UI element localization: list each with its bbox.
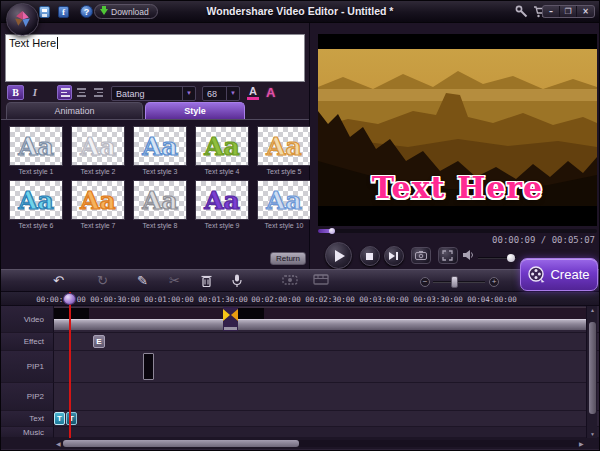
step-icon — [389, 252, 395, 260]
text-style-thumb[interactable]: AaText style 1 — [9, 126, 63, 175]
text-content-input[interactable]: Text Here — [5, 34, 305, 82]
track-label-text: Text — [1, 411, 54, 427]
volume-knob[interactable] — [507, 254, 515, 262]
track-pip2[interactable] — [54, 383, 599, 411]
text-style-thumb[interactable]: AaText style 7 — [71, 180, 125, 229]
italic-button[interactable]: I — [28, 85, 42, 100]
align-center-button[interactable] — [74, 85, 89, 100]
video-preview[interactable]: Text Here — [318, 34, 597, 226]
create-button[interactable]: Create — [520, 258, 598, 291]
track-effect[interactable]: E — [54, 333, 599, 351]
scroll-down-icon[interactable]: ▼ — [587, 431, 598, 437]
font-family-select[interactable]: Batang ▼ — [111, 86, 196, 101]
return-button[interactable]: Return — [270, 252, 306, 265]
bold-button[interactable]: B — [7, 85, 24, 100]
edit-clip-icon[interactable]: ✎ — [137, 272, 148, 289]
text-style-thumb[interactable]: AaText style 5 — [257, 126, 311, 175]
font-family-value: Batang — [112, 89, 182, 99]
window-title: Wondershare Video Editor - Untitled * — [1, 5, 599, 17]
text-clip[interactable]: T — [54, 412, 65, 425]
track-pip1[interactable] — [54, 351, 599, 383]
font-color-letter: A — [247, 85, 259, 97]
chevron-down-icon: ▼ — [182, 87, 195, 100]
edit-toolbar: ↶ ↻ ✎ ✂ − + — [1, 269, 599, 292]
play-button[interactable] — [325, 242, 352, 269]
ruler-tick: 00:02:00:00 — [246, 295, 306, 304]
text-style-thumb[interactable]: AaText style 6 — [9, 180, 63, 229]
camera-icon — [415, 251, 427, 260]
video-audio-strip[interactable] — [54, 319, 586, 330]
track-text[interactable]: T T — [54, 411, 599, 427]
text-edit-panel: Text Here B I Batang ▼ 68 ▼ A — [1, 23, 310, 269]
volume-slider[interactable] — [478, 257, 516, 259]
scroll-up-icon[interactable]: ▲ — [587, 307, 598, 313]
track-label-pip1: PIP1 — [1, 351, 54, 383]
text-styles-panel: AaText style 1 AaText style 2 AaText sty… — [1, 119, 309, 269]
pip-clip[interactable] — [143, 353, 154, 380]
scroll-left-icon[interactable]: ◀ — [56, 440, 61, 447]
align-right-button[interactable] — [91, 85, 106, 100]
play-icon — [335, 250, 345, 262]
zoom-out-button[interactable]: − — [420, 277, 430, 287]
volume-icon[interactable] — [463, 250, 475, 260]
format-toolbar: B I Batang ▼ 68 ▼ A A — [1, 85, 311, 103]
vertical-scroll-thumb[interactable] — [589, 322, 596, 414]
font-size-value: 68 — [203, 89, 226, 99]
media-library-icon[interactable] — [313, 274, 329, 285]
transition-icon — [223, 309, 238, 321]
maximize-button[interactable]: ❐ — [560, 6, 577, 17]
text-content-value: Text Here — [9, 37, 56, 49]
wrench-icon[interactable] — [515, 5, 529, 19]
text-style-thumb[interactable]: AaText style 8 — [133, 180, 187, 229]
timeline-vertical-scrollbar[interactable]: ▲ ▼ — [586, 306, 597, 438]
text-style-color-button[interactable]: A — [266, 85, 275, 100]
ruler-tick: 00:03:00:00 — [354, 295, 414, 304]
text-style-thumb[interactable]: AaText style 10 — [257, 180, 311, 229]
record-voiceover-mic-icon[interactable] — [232, 274, 242, 288]
stop-button[interactable] — [360, 246, 380, 266]
close-button[interactable]: × — [577, 6, 594, 17]
seekbar-knob[interactable] — [329, 228, 335, 234]
fullscreen-button[interactable] — [438, 247, 458, 264]
undo-icon[interactable]: ↶ — [53, 272, 64, 289]
snapshot-button[interactable] — [411, 247, 431, 264]
font-color-button[interactable]: A — [247, 85, 259, 100]
text-clip[interactable]: T — [66, 412, 77, 425]
timeline-ruler[interactable]: 00:00:00:00 00:00:30:00 00:01:00:00 00:0… — [1, 292, 599, 306]
fullscreen-icon — [442, 250, 453, 261]
tab-style[interactable]: Style — [145, 102, 245, 119]
text-style-thumb[interactable]: AaText style 3 — [133, 126, 187, 175]
scene-detect-icon[interactable] — [282, 274, 298, 285]
playhead-handle[interactable] — [63, 293, 76, 305]
track-music[interactable] — [54, 427, 599, 438]
horizontal-scroll-track[interactable] — [63, 440, 581, 447]
transition-clip[interactable] — [223, 307, 238, 331]
zoom-in-button[interactable]: + — [489, 277, 499, 287]
track-video[interactable] — [54, 306, 599, 333]
app-logo-icon[interactable] — [6, 3, 39, 36]
timeline-horizontal-scrollbar[interactable]: ◀ ▶ — [1, 438, 599, 449]
text-style-thumb[interactable]: AaText style 4 — [195, 126, 249, 175]
horizontal-scroll-thumb[interactable] — [63, 440, 299, 447]
redo-icon[interactable]: ↻ — [97, 272, 108, 289]
text-style-thumb[interactable]: AaText style 2 — [71, 126, 125, 175]
tab-animation[interactable]: Animation — [6, 102, 143, 119]
font-size-select[interactable]: 68 ▼ — [202, 86, 240, 101]
timeline-zoom-slider[interactable] — [433, 281, 485, 283]
text-style-thumb[interactable]: AaText style 9 — [195, 180, 249, 229]
playhead-line[interactable] — [69, 292, 71, 438]
scroll-right-icon[interactable]: ▶ — [579, 440, 584, 447]
workspace: Text Here B I Batang ▼ 68 ▼ A — [1, 23, 599, 269]
align-left-button[interactable] — [57, 85, 72, 100]
preview-overlay-text[interactable]: Text Here — [318, 172, 597, 204]
video-clip[interactable] — [54, 307, 586, 319]
minimize-button[interactable]: – — [543, 6, 560, 17]
timeline-zoom-handle[interactable] — [451, 276, 458, 288]
transition-bar — [224, 327, 237, 330]
split-scissors-icon[interactable]: ✂ — [169, 272, 180, 289]
next-frame-button[interactable] — [384, 246, 404, 266]
preview-seekbar[interactable] — [318, 229, 597, 233]
window-controls: – ❐ × — [542, 5, 595, 18]
effect-clip[interactable]: E — [93, 335, 105, 348]
delete-trash-icon[interactable] — [201, 274, 212, 287]
